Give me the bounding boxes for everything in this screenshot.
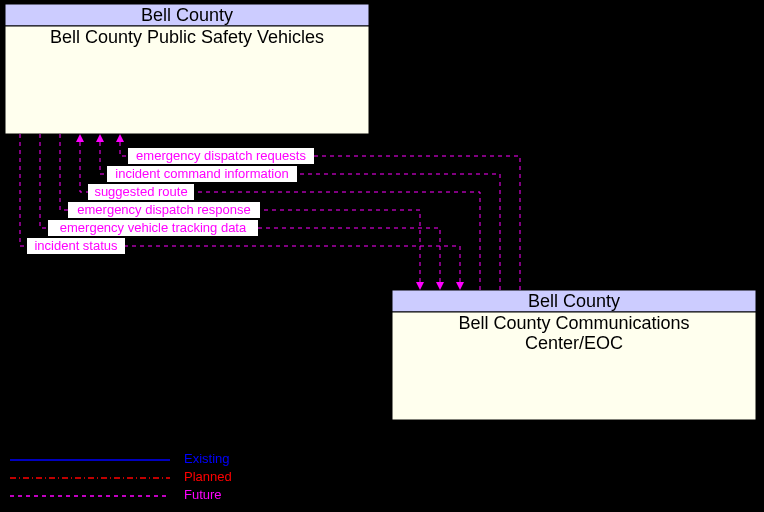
flow-label-emergency-dispatch-requests: emergency dispatch requests — [128, 148, 314, 164]
legend-existing: Existing — [10, 451, 230, 466]
svg-text:incident status: incident status — [34, 238, 118, 253]
svg-text:Existing: Existing — [184, 451, 230, 466]
svg-text:emergency dispatch response: emergency dispatch response — [77, 202, 250, 217]
flow-label-incident-status: incident status — [27, 238, 125, 254]
node-top-title: Bell County Public Safety Vehicles — [50, 27, 324, 47]
svg-marker-4 — [416, 282, 424, 290]
svg-marker-9 — [76, 134, 84, 142]
legend-future: Future — [10, 487, 222, 502]
flow-label-suggested-route: suggested route — [88, 184, 194, 200]
svg-text:incident command information: incident command information — [115, 166, 288, 181]
flow-label-incident-command-information: incident command information — [107, 166, 297, 182]
svg-marker-8 — [96, 134, 104, 142]
node-public-safety-vehicles: Bell County Bell County Public Safety Ve… — [5, 4, 369, 134]
svg-text:suggested route: suggested route — [94, 184, 187, 199]
node-top-header: Bell County — [141, 5, 233, 25]
svg-text:Future: Future — [184, 487, 222, 502]
node-bottom-title-2: Center/EOC — [525, 333, 623, 353]
architecture-diagram: Bell County Bell County Public Safety Ve… — [0, 0, 764, 512]
flow-label-emergency-dispatch-response: emergency dispatch response — [68, 202, 260, 218]
node-bottom-title-1: Bell County Communications — [458, 313, 689, 333]
svg-marker-5 — [436, 282, 444, 290]
legend-planned: Planned — [10, 469, 232, 484]
node-bottom-header: Bell County — [528, 291, 620, 311]
svg-text:Planned: Planned — [184, 469, 232, 484]
svg-marker-6 — [456, 282, 464, 290]
svg-marker-7 — [116, 134, 124, 142]
svg-text:emergency dispatch requests: emergency dispatch requests — [136, 148, 306, 163]
svg-text:emergency vehicle tracking dat: emergency vehicle tracking data — [60, 220, 247, 235]
node-communications-center: Bell County Bell County Communications C… — [392, 290, 756, 420]
legend: Existing Planned Future — [10, 451, 232, 502]
flow-label-emergency-vehicle-tracking-data: emergency vehicle tracking data — [48, 220, 258, 236]
